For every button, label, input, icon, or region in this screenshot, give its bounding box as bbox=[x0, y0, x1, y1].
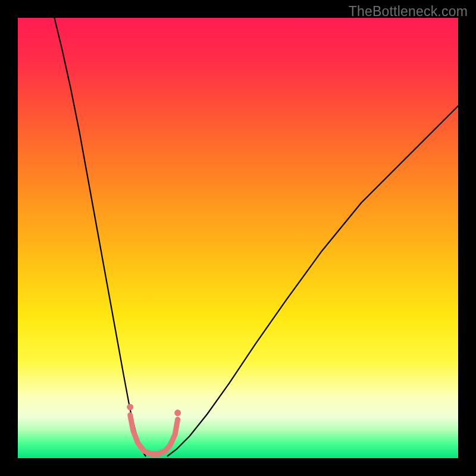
series-left-branch bbox=[54, 18, 145, 456]
series-lobe-dot-right bbox=[174, 409, 181, 416]
curve-layer bbox=[18, 18, 458, 458]
watermark-text: TheBottleneck.com bbox=[349, 4, 468, 20]
chart-frame: TheBottleneck.com bbox=[0, 0, 476, 476]
series-bottom-lobe bbox=[130, 415, 178, 453]
plot-area bbox=[18, 18, 458, 458]
series-right-branch bbox=[168, 106, 458, 456]
series-lobe-dot-left bbox=[127, 404, 133, 411]
